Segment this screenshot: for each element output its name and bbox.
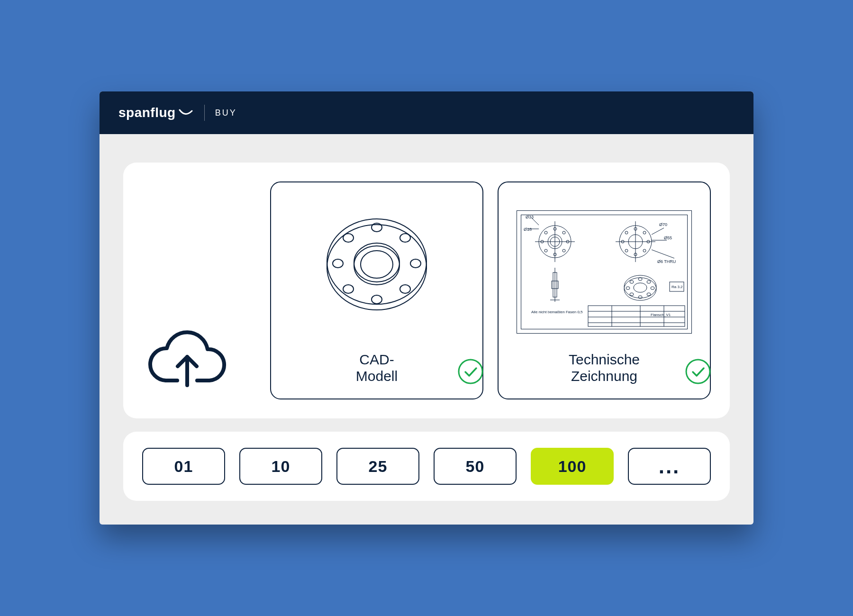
svg-text:Ø33: Ø33 — [526, 215, 534, 219]
quantity-option-25[interactable]: 25 — [336, 448, 419, 485]
quantity-card: 01 10 25 50 100 ... — [123, 432, 730, 501]
svg-text:Flansch_V1: Flansch_V1 — [651, 313, 671, 317]
svg-point-25 — [544, 249, 547, 252]
svg-text:Ø18: Ø18 — [524, 227, 532, 232]
svg-point-12 — [343, 234, 354, 242]
upload-action[interactable] — [142, 324, 256, 399]
cad-flange-illustration — [281, 192, 473, 352]
cloud-upload-icon — [142, 324, 232, 395]
header-divider — [204, 105, 205, 121]
brand-swoosh-icon — [179, 108, 194, 118]
svg-text:Ø70: Ø70 — [659, 222, 667, 227]
svg-point-62 — [630, 281, 634, 283]
svg-point-61 — [651, 287, 654, 290]
svg-point-64 — [630, 293, 634, 296]
svg-line-47 — [652, 250, 674, 258]
svg-point-63 — [647, 281, 651, 283]
svg-point-26 — [563, 249, 565, 252]
svg-point-8 — [400, 285, 410, 293]
svg-point-55 — [624, 278, 656, 300]
titlebar: spanflug BUY — [100, 91, 753, 134]
svg-point-60 — [626, 287, 630, 290]
svg-point-42 — [643, 249, 646, 252]
quantity-label: 01 — [174, 457, 193, 476]
technical-drawing-illustration: Ø33 Ø18 — [508, 192, 700, 352]
section-label: BUY — [215, 108, 237, 118]
ellipsis-icon: ... — [659, 454, 681, 478]
svg-point-23 — [544, 231, 547, 234]
svg-point-41 — [625, 249, 628, 252]
quantity-label: 25 — [369, 457, 388, 476]
svg-line-45 — [652, 228, 664, 235]
svg-point-10 — [343, 285, 354, 293]
svg-point-24 — [563, 231, 565, 234]
check-badge-drawing — [685, 359, 711, 384]
svg-point-9 — [372, 295, 382, 304]
quantity-label: 10 — [272, 457, 290, 476]
svg-point-40 — [643, 231, 646, 234]
quantity-label: 100 — [558, 457, 587, 476]
quantity-option-01[interactable]: 01 — [142, 448, 225, 485]
svg-text:Alle nicht bemaßten Fasen 0,5: Alle nicht bemaßten Fasen 0,5 — [531, 310, 583, 314]
svg-point-15 — [459, 360, 482, 383]
quantity-label: 50 — [466, 457, 485, 476]
upload-card: CAD- Modell — [123, 163, 730, 418]
svg-text:Ra 3.2: Ra 3.2 — [672, 285, 683, 289]
quantity-option-10[interactable]: 10 — [239, 448, 322, 485]
svg-point-11 — [333, 259, 343, 268]
tile-drawing-label: Technische Zeichnung — [569, 352, 640, 384]
svg-point-77 — [686, 360, 710, 383]
svg-text:Ø6 THRU: Ø6 THRU — [657, 259, 676, 264]
svg-text:Ø55: Ø55 — [664, 236, 672, 240]
svg-point-6 — [400, 234, 410, 242]
content-area: CAD- Modell — [100, 134, 753, 525]
svg-point-58 — [638, 278, 642, 281]
tile-technical-drawing[interactable]: Ø33 Ø18 — [498, 181, 711, 399]
svg-point-65 — [647, 293, 651, 296]
app-window: spanflug BUY — [100, 91, 753, 525]
checkmark-icon — [458, 359, 483, 384]
quantity-option-50[interactable]: 50 — [434, 448, 517, 485]
brand-logo: spanflug — [118, 105, 194, 120]
svg-point-7 — [410, 259, 421, 268]
quantity-option-more[interactable]: ... — [628, 448, 711, 485]
svg-point-57 — [634, 283, 647, 292]
tile-cad-label: CAD- Modell — [356, 352, 398, 384]
quantity-option-100[interactable]: 100 — [531, 448, 614, 485]
tile-cad-model[interactable]: CAD- Modell — [270, 181, 483, 399]
checkmark-icon — [685, 359, 711, 384]
svg-point-4 — [361, 251, 393, 278]
svg-point-39 — [625, 231, 628, 234]
check-badge-cad — [458, 359, 483, 384]
brand-text: spanflug — [118, 105, 176, 120]
svg-point-0 — [327, 225, 426, 310]
